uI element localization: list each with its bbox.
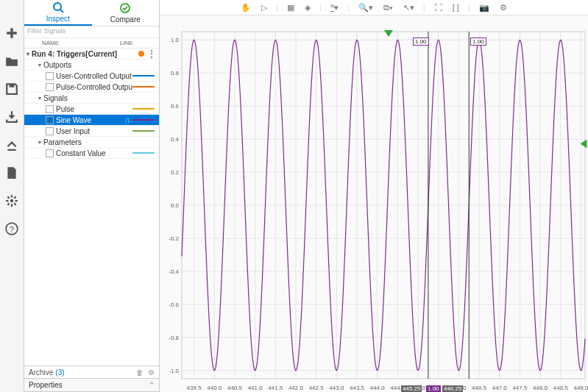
svg-text:-0.6: -0.6 bbox=[169, 302, 179, 308]
archive-section[interactable]: Archive (3) 🗑 ⚙ bbox=[24, 366, 159, 379]
plot-settings-icon[interactable]: ⚙ bbox=[498, 1, 509, 14]
side-panel: Inspect Compare Filter Signals NAME LINE… bbox=[24, 0, 160, 392]
svg-text:-0.8: -0.8 bbox=[169, 335, 179, 341]
collapse-icon[interactable]: ▾ bbox=[36, 95, 43, 101]
svg-text:0.4: 0.4 bbox=[171, 136, 180, 143]
signal-label: User Input bbox=[56, 127, 132, 135]
clear-icon[interactable]: ◈ bbox=[303, 1, 312, 14]
group-signals[interactable]: ▾ Signals bbox=[24, 93, 159, 104]
chevron-up-icon[interactable]: ⌃ bbox=[149, 381, 155, 389]
archive-actions: 🗑 ⚙ bbox=[136, 368, 155, 377]
folder-icon[interactable] bbox=[4, 54, 19, 68]
signal-tree: ▾ Run 4: Triggers[Current] ⋮ ▾ Outports … bbox=[24, 49, 159, 366]
column-headers: NAME LINE bbox=[24, 38, 159, 49]
svg-text:441.5: 441.5 bbox=[268, 385, 283, 391]
line-swatch bbox=[132, 108, 155, 110]
import-icon[interactable] bbox=[4, 110, 19, 124]
cursor-x2: 446.25 bbox=[442, 385, 463, 392]
svg-point-4 bbox=[54, 3, 61, 10]
tab-inspect[interactable]: Inspect bbox=[24, 0, 92, 26]
svg-text:440.5: 440.5 bbox=[227, 385, 243, 391]
more-icon[interactable]: ⋮ bbox=[147, 49, 156, 59]
header-line: LINE bbox=[120, 40, 159, 46]
run-row[interactable]: ▾ Run 4: Triggers[Current] ⋮ bbox=[24, 49, 159, 60]
group-label: Signals bbox=[43, 94, 159, 102]
gear-icon[interactable]: ⚙ bbox=[148, 368, 155, 377]
svg-text:441.0: 441.0 bbox=[248, 385, 263, 391]
svg-text:444.0: 444.0 bbox=[370, 385, 386, 391]
checkbox[interactable] bbox=[46, 72, 54, 80]
mode-tabs: Inspect Compare bbox=[24, 0, 159, 26]
trash-icon[interactable]: 🗑 bbox=[136, 368, 144, 377]
cursor-marker-right[interactable] bbox=[581, 140, 587, 149]
help-icon[interactable]: ? bbox=[4, 221, 19, 236]
cursor-dx: 1.00 bbox=[426, 385, 441, 392]
svg-point-1 bbox=[10, 199, 14, 203]
group-parameters[interactable]: ▾ Parameters bbox=[24, 137, 159, 148]
checkbox[interactable] bbox=[46, 127, 54, 135]
export-icon[interactable] bbox=[4, 138, 19, 152]
line-swatch bbox=[132, 152, 155, 154]
zoom-icon[interactable]: 🔍▾ bbox=[357, 1, 375, 14]
signal-pulse[interactable]: Pulse bbox=[24, 104, 159, 115]
tab-label: Compare bbox=[110, 15, 141, 24]
checkbox[interactable] bbox=[46, 83, 54, 91]
signal-label: Sine Wave bbox=[56, 116, 125, 124]
settings-icon[interactable] bbox=[4, 193, 19, 208]
svg-text:447.5: 447.5 bbox=[512, 385, 528, 391]
svg-text:446.5: 446.5 bbox=[472, 385, 487, 391]
checkbox[interactable] bbox=[46, 105, 54, 113]
svg-text:448.0: 448.0 bbox=[533, 385, 548, 391]
collapse-icon[interactable]: ▾ bbox=[36, 139, 43, 146]
signal-const[interactable]: Constant Value bbox=[24, 148, 159, 159]
svg-text:-0.4: -0.4 bbox=[169, 268, 179, 275]
group-label: Outports bbox=[43, 61, 159, 69]
svg-text:447.0: 447.0 bbox=[492, 385, 508, 391]
tab-label: Inspect bbox=[46, 15, 70, 23]
signal-pulse-out[interactable]: Pulse-Controlled Output bbox=[24, 82, 159, 93]
checkbox[interactable] bbox=[46, 116, 54, 124]
archive-count: (3) bbox=[55, 368, 64, 377]
svg-text:442.0: 442.0 bbox=[288, 385, 304, 391]
signal-user-in[interactable]: User Input bbox=[24, 126, 159, 137]
pan-icon[interactable]: ✋ bbox=[239, 1, 252, 14]
waveform-icon[interactable]: ᴺ▾ bbox=[329, 1, 340, 14]
properties-section[interactable]: Properties ⌃ bbox=[24, 379, 159, 392]
svg-rect-0 bbox=[10, 84, 15, 88]
svg-text:443.0: 443.0 bbox=[329, 385, 344, 391]
fit-icon[interactable]: [ ] bbox=[451, 1, 461, 13]
collapse-icon[interactable]: ▾ bbox=[24, 51, 32, 57]
group-label: Parameters bbox=[43, 138, 159, 146]
plot-area[interactable]: 439.5440.0440.5441.0441.5442.0442.5443.0… bbox=[160, 15, 588, 392]
signal-user-out[interactable]: User-Controlled Output bbox=[24, 71, 159, 82]
tab-compare[interactable]: Compare bbox=[92, 0, 160, 26]
collapse-icon[interactable]: ▾ bbox=[36, 62, 43, 68]
signal-label: User-Controlled Output bbox=[56, 72, 132, 80]
grid-icon[interactable]: ▦ bbox=[286, 1, 296, 14]
document-icon[interactable] bbox=[4, 165, 19, 180]
cursor-marker-top[interactable] bbox=[384, 30, 393, 37]
save-icon[interactable] bbox=[4, 82, 19, 96]
svg-text:0.8: 0.8 bbox=[171, 70, 180, 76]
line-swatch bbox=[132, 130, 155, 132]
svg-text:440.0: 440.0 bbox=[207, 385, 222, 391]
group-outports[interactable]: ▾ Outports bbox=[24, 60, 159, 71]
svg-text:449.0: 449.0 bbox=[573, 385, 588, 391]
signal-sine[interactable]: Sine Wave ⎍ bbox=[24, 115, 159, 126]
region-icon[interactable]: ⧉▾ bbox=[382, 1, 394, 14]
cursor-value-2: 1.00 bbox=[470, 38, 486, 46]
filter-signals-input[interactable]: Filter Signals bbox=[24, 26, 159, 38]
play-icon[interactable]: ▷ bbox=[260, 1, 269, 14]
plot-toolbar: ✋ ▷ | ▦ ◈ | ᴺ▾ | 🔍▾ ⧉▾ ↖▾ | ⛶ [ ] | 📷 ⚙ bbox=[160, 0, 588, 15]
checkbox[interactable] bbox=[46, 149, 54, 157]
svg-text:0.0: 0.0 bbox=[171, 202, 180, 209]
cursor-icon[interactable]: ↖▾ bbox=[402, 1, 416, 14]
expand-icon[interactable]: ⛶ bbox=[433, 1, 444, 13]
line-swatch bbox=[132, 119, 155, 121]
svg-text:448.5: 448.5 bbox=[553, 385, 569, 391]
left-toolbar: ? bbox=[0, 0, 24, 392]
svg-text:?: ? bbox=[10, 225, 14, 234]
snapshot-icon[interactable]: 📷 bbox=[478, 1, 491, 14]
archive-label: Archive bbox=[29, 368, 53, 377]
add-icon[interactable] bbox=[4, 26, 19, 40]
